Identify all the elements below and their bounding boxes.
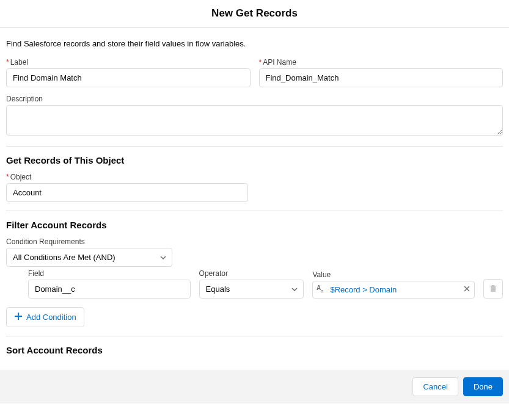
- filter-operator-select[interactable]: Equals: [199, 280, 304, 299]
- label-input[interactable]: [6, 68, 251, 87]
- object-label: Object: [6, 173, 503, 181]
- section-sort-title: Sort Account Records: [6, 336, 503, 363]
- filter-operator-label: Operator: [199, 269, 304, 278]
- label-field-label: Label: [6, 58, 251, 67]
- page-title: New Get Records: [0, 0, 509, 27]
- condition-requirements-select[interactable]: All Conditions Are Met (AND): [6, 248, 172, 267]
- object-input[interactable]: [6, 183, 248, 202]
- add-condition-button[interactable]: Add Condition: [6, 307, 84, 327]
- done-button[interactable]: Done: [463, 377, 503, 396]
- delete-condition-button[interactable]: [483, 279, 503, 299]
- description-input[interactable]: [6, 105, 503, 136]
- remove-value-icon[interactable]: [463, 285, 471, 294]
- trash-icon: [489, 284, 497, 294]
- filter-value-label: Value: [312, 270, 475, 279]
- footer: Cancel Done: [0, 370, 509, 404]
- description-label: Description: [6, 95, 503, 103]
- cancel-button[interactable]: Cancel: [412, 377, 458, 396]
- intro-text: Find Salesforce records and store their …: [6, 39, 503, 48]
- filter-value-input[interactable]: Aa $Record > Domain: [312, 281, 475, 299]
- add-condition-label: Add Condition: [26, 313, 76, 322]
- svg-text:a: a: [321, 288, 324, 294]
- api-name-input[interactable]: [259, 68, 504, 87]
- filter-field-input[interactable]: [28, 280, 191, 299]
- section-get-records-title: Get Records of This Object: [6, 146, 503, 173]
- section-filter-title: Filter Account Records: [6, 211, 503, 237]
- filter-field-label: Field: [28, 269, 191, 278]
- api-name-label: API Name: [259, 58, 504, 67]
- text-formula-icon: Aa: [317, 284, 326, 295]
- filter-value-pill: $Record > Domain: [330, 285, 397, 294]
- plus-icon: [14, 312, 23, 322]
- condition-requirements-label: Condition Requirements: [6, 237, 503, 246]
